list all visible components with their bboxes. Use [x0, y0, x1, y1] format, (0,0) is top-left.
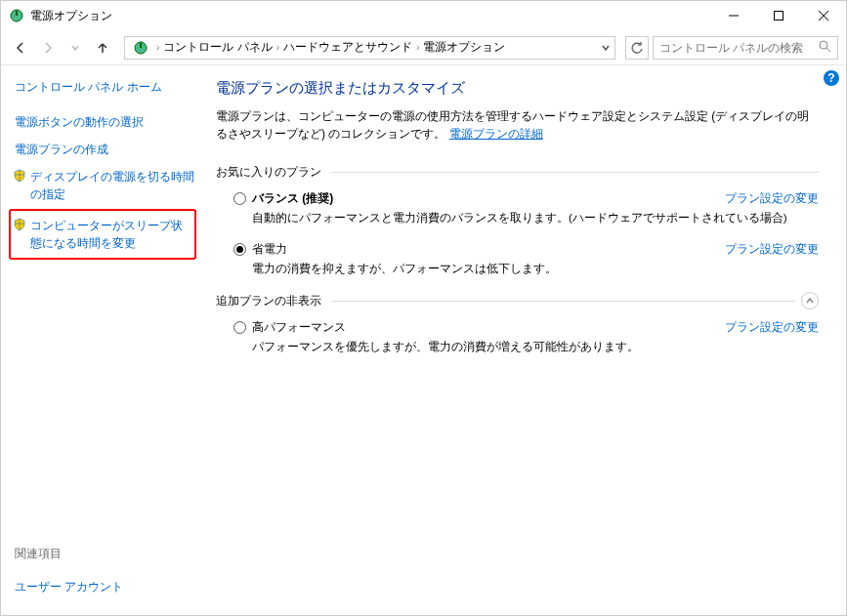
divider	[331, 301, 795, 302]
up-button[interactable]	[91, 36, 114, 60]
search-input[interactable]	[659, 41, 819, 55]
sidebar-link-label: ディスプレイの電源を切る時間の指定	[30, 170, 194, 201]
breadcrumb-dropdown[interactable]	[601, 43, 611, 53]
svg-line-9	[826, 48, 830, 52]
plan-radio[interactable]	[233, 321, 246, 334]
sidebar-link-label: コンピューターがスリープ状態になる時間を変更	[30, 219, 183, 250]
titlebar: 電源オプション	[1, 1, 846, 30]
plan-name[interactable]: バランス (推奨)	[252, 190, 333, 207]
edit-plan-link[interactable]: プラン設定の変更	[725, 190, 819, 207]
breadcrumb-item[interactable]: コントロール パネル	[163, 39, 272, 56]
section-label: 追加プランの非表示	[216, 293, 321, 309]
page-heading: 電源プランの選択またはカスタマイズ	[216, 79, 819, 98]
window-title: 電源オプション	[30, 8, 711, 24]
chevron-right-icon: ›	[276, 42, 279, 53]
plan-power-saver: 省電力 プラン設定の変更 電力の消費を抑えますが、パフォーマンスは低下します。	[233, 241, 819, 276]
plan-description: パフォーマンスを優先しますが、電力の消費が増える可能性があります。	[252, 340, 819, 354]
edit-plan-link[interactable]: プラン設定の変更	[725, 319, 819, 336]
breadcrumb-item[interactable]: 電源オプション	[423, 39, 505, 56]
main-content: 電源プランの選択またはカスタマイズ 電源プランは、コンピューターの電源の使用方法…	[206, 65, 846, 615]
plan-description: 自動的にパフォーマンスと電力消費のバランスを取ります。(ハードウェアでサポートさ…	[252, 211, 819, 226]
plan-description: 電力の消費を抑えますが、パフォーマンスは低下します。	[252, 262, 819, 276]
page-description: 電源プランは、コンピューターの電源の使用方法を管理するハードウェア設定とシステム…	[216, 107, 819, 143]
maximize-button[interactable]	[756, 1, 801, 30]
additional-plans-title[interactable]: 追加プランの非表示	[216, 292, 819, 309]
chevron-right-icon: ›	[416, 42, 419, 53]
plan-details-link[interactable]: 電源プランの詳細	[449, 127, 543, 141]
sidebar-link-sleep-time[interactable]: コンピューターがスリープ状態になる時間を変更	[15, 217, 191, 252]
sidebar-link-create-plan[interactable]: 電源プランの作成	[15, 141, 196, 158]
related-link-user-accounts[interactable]: ユーザー アカウント	[15, 579, 123, 595]
search-icon	[819, 40, 831, 56]
edit-plan-link[interactable]: プラン設定の変更	[725, 241, 819, 258]
back-button[interactable]	[9, 36, 32, 60]
divider	[331, 172, 819, 173]
plan-high-performance: 高パフォーマンス プラン設定の変更 パフォーマンスを優先しますが、電力の消費が増…	[233, 319, 819, 354]
breadcrumb-item[interactable]: ハードウェアとサウンド	[283, 39, 412, 56]
highlighted-sidebar-item: コンピューターがスリープ状態になる時間を変更	[9, 209, 196, 260]
control-panel-home-link[interactable]: コントロール パネル ホーム	[15, 79, 196, 96]
svg-rect-1	[16, 11, 18, 16]
sidebar-link-display-off[interactable]: ディスプレイの電源を切る時間の指定	[15, 168, 196, 203]
svg-point-8	[820, 41, 827, 49]
plan-name[interactable]: 省電力	[252, 241, 287, 258]
sidebar: コントロール パネル ホーム 電源ボタンの動作の選択 電源プランの作成 ディスプ…	[1, 65, 206, 615]
search-box[interactable]	[653, 36, 838, 60]
plan-name[interactable]: 高パフォーマンス	[252, 319, 346, 336]
close-button[interactable]	[801, 1, 846, 30]
section-label: お気に入りのプラン	[216, 164, 321, 181]
app-icon	[9, 8, 24, 23]
shield-icon	[13, 169, 26, 183]
shield-icon	[13, 218, 26, 231]
svg-rect-3	[775, 12, 783, 21]
navbar: › コントロール パネル › ハードウェアとサウンド › 電源オプション	[1, 30, 846, 65]
sidebar-link-power-button[interactable]: 電源ボタンの動作の選択	[15, 113, 196, 131]
chevron-right-icon: ›	[156, 42, 159, 53]
breadcrumb[interactable]: › コントロール パネル › ハードウェアとサウンド › 電源オプション	[124, 36, 615, 60]
breadcrumb-icon	[133, 40, 148, 56]
recent-dropdown[interactable]	[64, 36, 87, 60]
minimize-button[interactable]	[711, 1, 756, 30]
forward-button[interactable]	[36, 36, 60, 60]
plan-radio[interactable]	[233, 192, 246, 205]
plan-radio[interactable]	[233, 243, 246, 256]
refresh-button[interactable]	[625, 36, 649, 60]
svg-rect-7	[140, 43, 142, 48]
body: ? コントロール パネル ホーム 電源ボタンの動作の選択 電源プランの作成 ディ…	[1, 65, 846, 615]
related-title: 関連項目	[15, 546, 62, 562]
collapse-button[interactable]	[801, 292, 819, 309]
plan-balance: バランス (推奨) プラン設定の変更 自動的にパフォーマンスと電力消費のバランス…	[233, 190, 819, 226]
favorite-plans-title: お気に入りのプラン	[216, 164, 819, 181]
